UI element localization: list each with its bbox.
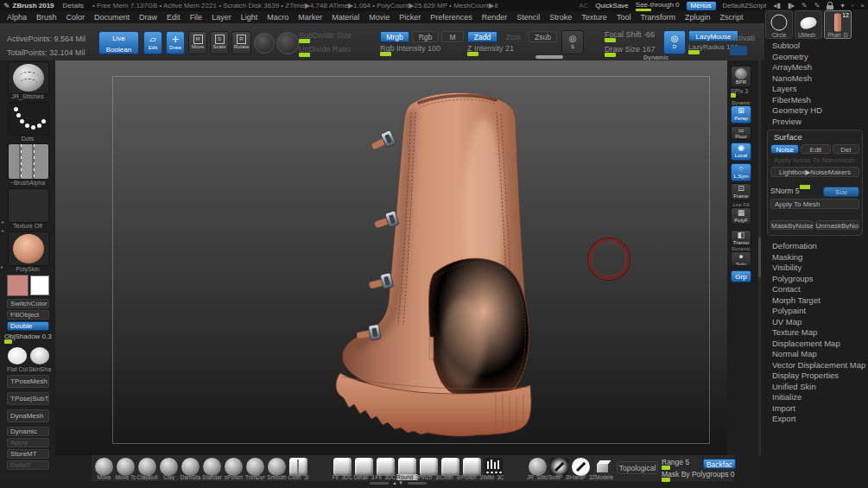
- palette-section[interactable]: Preview: [772, 117, 868, 128]
- palette-section[interactable]: Subtool: [772, 41, 868, 52]
- brush-button[interactable]: Standar: [201, 456, 223, 480]
- draw-button[interactable]: ✛Draw: [166, 31, 185, 54]
- lsym-button[interactable]: ⁘L.Sym: [731, 163, 751, 181]
- flat-color-material[interactable]: [8, 347, 27, 364]
- menu-item[interactable]: Layer: [212, 13, 231, 22]
- palette-section[interactable]: Displacement Map: [772, 339, 868, 350]
- del-mt-button[interactable]: DelMT: [7, 460, 49, 470]
- palette-section[interactable]: Polygroups: [772, 274, 868, 285]
- menu-item[interactable]: Zplugin: [685, 13, 711, 22]
- brush-button[interactable]: ClayBuil: [136, 456, 158, 480]
- menu-item[interactable]: Document: [94, 13, 130, 22]
- zadd-button[interactable]: Zadd: [467, 31, 497, 42]
- palette-section[interactable]: Initialize: [772, 392, 868, 403]
- brush-button[interactable]: JR_Stitch: [527, 456, 548, 480]
- obj-shadow-slider[interactable]: ObjShadow 0.3: [4, 333, 51, 341]
- menu-item[interactable]: Brush: [36, 13, 57, 22]
- menu-item[interactable]: Material: [332, 13, 359, 22]
- menu-item[interactable]: Zscript: [720, 13, 744, 22]
- menu-item[interactable]: Edit: [167, 13, 181, 22]
- menu-item[interactable]: File: [190, 13, 203, 22]
- current-stroke-thumbnail[interactable]: [8, 102, 49, 136]
- persp-button[interactable]: ⊞Persp: [731, 105, 751, 124]
- switch-color-button[interactable]: SwitchColor: [7, 299, 49, 308]
- brush-toggle2-icon[interactable]: ✎: [814, 2, 820, 10]
- brush-button[interactable]: Detail_3: [353, 456, 375, 480]
- mask-by-polygroups-slider[interactable]: Mask By Polygroups 0: [662, 470, 719, 479]
- main-color-swatch[interactable]: [7, 275, 29, 296]
- menu-item[interactable]: Marker: [298, 13, 322, 22]
- spix-slider[interactable]: SPix 3: [731, 88, 751, 95]
- grp-button[interactable]: Grp: [731, 270, 751, 282]
- palette-section[interactable]: Normal Map: [772, 349, 868, 360]
- default-zscript-label[interactable]: DefaultZScript: [723, 2, 767, 10]
- palette-section[interactable]: Geometry HD: [772, 105, 868, 117]
- noise-del-button[interactable]: Del: [833, 144, 859, 154]
- stroke-picker-button[interactable]: ◎S: [561, 30, 584, 54]
- dots-stroke-button[interactable]: ◎D: [663, 30, 686, 54]
- tool-thumbnail[interactable]: UMesh_: [795, 10, 822, 39]
- brush-button[interactable]: Cloth_3l: [288, 456, 309, 480]
- menu-item[interactable]: Color: [67, 13, 86, 22]
- scroll-right-icon[interactable]: ▮▸: [788, 2, 795, 10]
- polyframe-button[interactable]: ▦PolyF: [731, 207, 751, 225]
- brush-button[interactable]: Cloth_3l: [440, 456, 461, 480]
- store-mt-button[interactable]: StoreMT: [7, 449, 49, 459]
- scale-button[interactable]: SScale: [210, 31, 229, 54]
- palette-section[interactable]: Morph Target: [772, 295, 868, 307]
- brush-button[interactable]: sPolish: [223, 456, 244, 480]
- palette-section[interactable]: Vector Displacement Map: [772, 360, 868, 371]
- subdivide-size-slider[interactable]: SubDivide Size: [299, 31, 377, 41]
- palette-section[interactable]: Import: [772, 403, 868, 415]
- menu-item[interactable]: Alpha: [7, 13, 27, 22]
- menu-item[interactable]: Transform: [640, 13, 675, 22]
- unmask-by-noise-button[interactable]: UnmaskByNoise: [815, 220, 859, 230]
- snorm-slider[interactable]: SNorm 5: [770, 187, 821, 197]
- brush-button[interactable]: HardP_3: [570, 456, 592, 480]
- dynamic-tag[interactable]: Dynamic: [643, 54, 668, 60]
- z-intensity-slider[interactable]: Z Intensity 21: [467, 44, 547, 54]
- apply-noise-nanomesh-button[interactable]: Apply Noise To NanoMesh: [774, 156, 859, 164]
- noise-button[interactable]: Noise: [770, 144, 799, 154]
- menu-item[interactable]: Preferences: [430, 13, 472, 22]
- brush-button[interactable]: Fil_3DC: [332, 456, 353, 480]
- dynamesh-button[interactable]: DynaMesh: [7, 409, 49, 422]
- current-material-thumbnail[interactable]: [8, 231, 49, 266]
- frame-button[interactable]: ⊡Frame: [731, 183, 751, 200]
- brush-button[interactable]: SoftP_3l: [548, 456, 570, 480]
- brush-button[interactable]: Fil_3DC: [375, 456, 396, 480]
- tray-scroll-up-icon[interactable]: ◂: [1, 219, 3, 225]
- rotate-button[interactable]: RRotate: [231, 31, 251, 54]
- dynamic-button[interactable]: Dynamic: [7, 427, 49, 436]
- brush-button[interactable]: DamSta: [180, 456, 201, 480]
- current-alpha-thumbnail[interactable]: [8, 143, 49, 180]
- brush-button[interactable]: Smooth: [266, 456, 288, 480]
- mask-by-noise-button[interactable]: MaskByNoise: [770, 220, 814, 230]
- quicksave-button[interactable]: QuickSave: [595, 2, 629, 10]
- boot-model[interactable]: [332, 88, 556, 442]
- tray-scroll-down-icon[interactable]: ◂: [1, 227, 3, 233]
- sculptris-pro-icon[interactable]: [276, 32, 299, 54]
- palette-section[interactable]: NanoMesh: [772, 73, 868, 85]
- palette-section[interactable]: Polypaint: [772, 306, 868, 317]
- brush-button[interactable]: TrimDyr: [244, 456, 266, 480]
- brush-button[interactable]: IMM_3C: [483, 456, 504, 480]
- rgb-button[interactable]: Rgb: [412, 31, 439, 42]
- menu-item[interactable]: Macro: [267, 13, 288, 22]
- menu-item[interactable]: Stroke: [549, 13, 572, 22]
- live-boolean-button[interactable]: Live Boolean: [98, 31, 139, 54]
- current-brush-thumbnail[interactable]: [8, 61, 49, 94]
- menu-item[interactable]: Movie: [369, 13, 390, 22]
- activation-button[interactable]: [730, 46, 747, 55]
- topological-button[interactable]: Topological: [617, 461, 658, 474]
- apply-button[interactable]: Apply: [7, 438, 49, 447]
- suv-button[interactable]: Suv: [823, 187, 859, 197]
- palette-section[interactable]: Geometry: [772, 52, 868, 63]
- details-label[interactable]: Details: [63, 2, 84, 10]
- tpose-mesh-button[interactable]: TPoseMesh: [7, 375, 49, 388]
- palette-section[interactable]: Masking: [772, 252, 868, 263]
- brush-button[interactable]: Clay: [158, 456, 180, 480]
- backface-button[interactable]: Backfac: [703, 459, 736, 469]
- palette-section[interactable]: Layers: [772, 84, 868, 95]
- palette-section[interactable]: Visibility: [772, 263, 868, 274]
